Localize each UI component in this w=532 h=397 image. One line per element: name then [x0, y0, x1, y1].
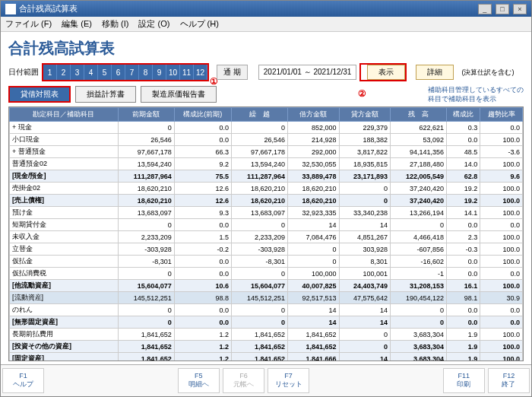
month-7[interactable]: 7: [125, 65, 139, 80]
table-row[interactable]: [固定資産]1,841,6521.21,841,6521,841,666143,…: [10, 353, 523, 361]
account-name[interactable]: のれん: [10, 304, 119, 316]
month-9[interactable]: 9: [153, 65, 166, 80]
table-row[interactable]: [投資その他の資産]1,841,6521.21,841,6521,841,652…: [10, 341, 523, 353]
table-row[interactable]: 売掛金0218,620,21012.618,620,21018,620,2100…: [10, 183, 523, 195]
cell: 1,841,652: [231, 329, 287, 341]
cell: 0: [339, 195, 391, 207]
cell: 0.0: [174, 134, 231, 146]
minimize-button[interactable]: _: [478, 4, 492, 14]
month-6[interactable]: 6: [112, 65, 125, 80]
table-row[interactable]: 未収入金2,233,2091.52,233,2097,084,4764,851,…: [10, 231, 523, 243]
cell: 53,092: [391, 134, 447, 146]
account-name[interactable]: [現金/預金]: [10, 170, 119, 183]
month-8[interactable]: 8: [139, 65, 153, 80]
account-name[interactable]: + 普通預金: [10, 146, 119, 158]
account-name[interactable]: 預け金: [10, 207, 119, 219]
detail-button[interactable]: 詳細: [416, 65, 454, 80]
col-header[interactable]: 貸方金額: [339, 108, 391, 122]
col-header[interactable]: 趨勢比率: [480, 108, 523, 122]
table-row[interactable]: 短期貸付金00.00141400.00.0: [10, 219, 523, 231]
close-button[interactable]: ×: [513, 4, 527, 14]
cell: 100.0: [480, 231, 523, 243]
account-name[interactable]: 仮払消費税: [10, 268, 119, 280]
month-12[interactable]: 12: [194, 65, 207, 80]
account-name[interactable]: 小口現金: [10, 134, 119, 146]
account-name[interactable]: [固定資産]: [10, 353, 119, 361]
account-name[interactable]: 長期前払費用: [10, 329, 119, 341]
table-row[interactable]: 長期前払費用1,841,6521.21,841,6521,841,65203,6…: [10, 329, 523, 341]
col-header[interactable]: 構成比(前期): [174, 108, 231, 122]
cell: 97,667,178: [231, 146, 287, 158]
table-row[interactable]: 仮払消費税00.00100,000100,001-10.00.0: [10, 268, 523, 280]
col-header[interactable]: 残 高: [391, 108, 447, 122]
menu-settings[interactable]: 設定 (O): [138, 19, 169, 28]
month-11[interactable]: 11: [180, 65, 194, 80]
account-name[interactable]: 売掛金02: [10, 183, 119, 195]
table-row[interactable]: 小口現金26,5460.026,546214,928188,38253,0920…: [10, 134, 523, 146]
table-row[interactable]: + 現金00.00852,000229,379622,6210.30.0: [10, 122, 523, 134]
tab-balance-sheet[interactable]: 貸借対照表: [8, 86, 71, 103]
cell: 100.0: [480, 243, 523, 256]
month-4[interactable]: 4: [84, 65, 98, 80]
cell: 2,233,209: [231, 231, 287, 243]
show-button[interactable]: 表示: [367, 65, 405, 80]
account-name[interactable]: [無形固定資産]: [10, 316, 119, 329]
cell: 0.0: [174, 304, 231, 316]
f6-ledger[interactable]: F6元帳へ: [223, 368, 264, 393]
table-row[interactable]: [無形固定資産]00.00141400.00.0: [10, 316, 523, 329]
cell: 0.0: [174, 122, 231, 134]
account-name[interactable]: [売上債権]: [10, 195, 119, 207]
account-name[interactable]: 短期貸付金: [10, 219, 119, 231]
col-header[interactable]: 借方金額: [288, 108, 340, 122]
f12-exit[interactable]: F12終了: [488, 368, 530, 393]
cell: -0.3: [447, 243, 480, 256]
table-row[interactable]: + 普通預金97,667,17866.397,667,178292,0003,8…: [10, 146, 523, 158]
menu-move[interactable]: 移動 (I): [102, 19, 128, 28]
month-2[interactable]: 2: [57, 65, 71, 80]
col-header[interactable]: 前期金額: [118, 108, 174, 122]
period-button[interactable]: 通 期: [217, 65, 248, 80]
col-header[interactable]: 繰 越: [231, 108, 287, 122]
cell: 145,512,251: [118, 292, 174, 304]
tab-profit-loss[interactable]: 損益計算書: [75, 86, 136, 103]
menu-file[interactable]: ファイル (F): [5, 19, 52, 28]
col-header[interactable]: 勘定科目／補助科目: [10, 108, 119, 122]
account-name[interactable]: 普通預金02: [10, 158, 119, 170]
cell: 9.2: [174, 158, 231, 170]
account-name[interactable]: 立替金: [10, 243, 119, 256]
table-row[interactable]: [流動資産]145,512,25198.8145,512,25192,517,5…: [10, 292, 523, 304]
table-row[interactable]: 仮払金-8,3010.0-8,30108,301-16,6020.0100.0: [10, 256, 523, 268]
table-row[interactable]: 預け金13,683,0979.313,683,09732,923,33533,3…: [10, 207, 523, 219]
menu-help[interactable]: ヘルプ (H): [180, 19, 219, 28]
month-10[interactable]: 10: [166, 65, 180, 80]
table-row[interactable]: [他流動資産]15,604,07710.615,604,07740,007,82…: [10, 280, 523, 292]
month-5[interactable]: 5: [98, 65, 112, 80]
cell: 98.1: [447, 292, 480, 304]
table-row[interactable]: [売上債権]18,620,21012.618,620,21018,620,210…: [10, 195, 523, 207]
tab-manufacturing[interactable]: 製造原価報告書: [141, 86, 217, 103]
table-row[interactable]: 普通預金0213,594,2409.213,594,24032,530,0551…: [10, 158, 523, 170]
f5-detail[interactable]: F5明細へ: [178, 368, 220, 393]
f7-reset[interactable]: F7リセット: [268, 368, 309, 393]
month-3[interactable]: 3: [71, 65, 84, 80]
date-range-box[interactable]: 2021/01/01 ～ 2021/12/31: [258, 65, 357, 80]
titlebar: 合計残高試算表 _ □ ×: [1, 1, 531, 17]
f11-print[interactable]: F11印刷: [443, 368, 485, 393]
table-row[interactable]: のれん00.00141400.00.0: [10, 304, 523, 316]
account-name[interactable]: [投資その他の資産]: [10, 341, 119, 353]
account-name[interactable]: 未収入金: [10, 231, 119, 243]
menu-edit[interactable]: 編集 (E): [62, 19, 92, 28]
cell: 92,517,513: [288, 292, 340, 304]
account-name[interactable]: [流動資産]: [10, 292, 119, 304]
table-row[interactable]: 立替金-303,928-0.2-303,9280303,928-607,856-…: [10, 243, 523, 256]
account-name[interactable]: 仮払金: [10, 256, 119, 268]
col-header[interactable]: 構成比: [447, 108, 480, 122]
account-name[interactable]: [他流動資産]: [10, 280, 119, 292]
account-name[interactable]: + 現金: [10, 122, 119, 134]
trial-balance-grid[interactable]: 勘定科目／補助科目前期金額構成比(前期)繰 越借方金額貸方金額残 高構成比趨勢比…: [8, 106, 524, 361]
month-1[interactable]: 1: [43, 65, 57, 80]
maximize-button[interactable]: □: [496, 4, 509, 14]
f1-help[interactable]: F1ヘルプ: [2, 368, 44, 393]
table-row[interactable]: [現金/預金]111,287,96475.5111,287,96433,889,…: [10, 170, 523, 183]
cell: 0.0: [480, 268, 523, 280]
